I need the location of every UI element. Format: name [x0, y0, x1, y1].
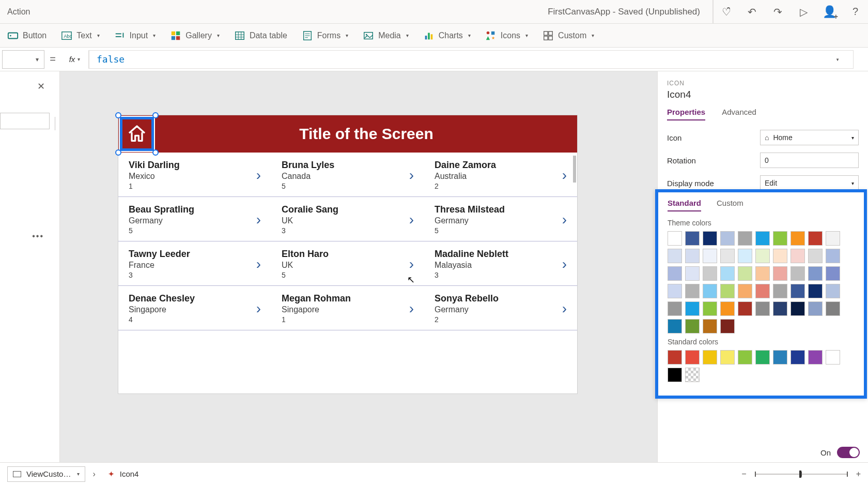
color-swatch[interactable]	[720, 284, 735, 298]
gallery-item[interactable]: Thresa MilsteadGermany5›	[424, 197, 577, 241]
color-swatch[interactable]	[826, 350, 840, 365]
color-swatch[interactable]	[738, 249, 752, 263]
gallery-item[interactable]: Elton HaroUK5›	[271, 241, 424, 286]
app-canvas[interactable]: Title of the Screen Viki DarlingMexico1›…	[118, 115, 578, 394]
chevron-right-icon[interactable]: ›	[409, 300, 414, 317]
color-tab-standard[interactable]: Standard	[668, 199, 701, 211]
tab-advanced[interactable]: Advanced	[722, 108, 756, 120]
resize-handle[interactable]	[152, 149, 159, 156]
color-swatch[interactable]	[703, 284, 717, 298]
chevron-right-icon[interactable]: ›	[409, 167, 414, 184]
ribbon-datatable[interactable]: Data table	[234, 30, 287, 41]
home-icon[interactable]	[120, 117, 154, 151]
color-swatch[interactable]	[791, 284, 805, 298]
color-swatch[interactable]	[720, 301, 735, 316]
color-swatch[interactable]	[668, 350, 682, 365]
gallery-item[interactable]: Tawny LeederFrance3›	[118, 241, 271, 286]
color-swatch[interactable]	[738, 266, 752, 281]
color-swatch[interactable]	[773, 284, 787, 298]
color-swatch[interactable]	[720, 350, 735, 365]
color-swatch[interactable]	[703, 266, 717, 281]
color-swatch[interactable]	[755, 350, 770, 365]
menu-action[interactable]: Action	[0, 7, 37, 17]
chevron-right-icon[interactable]: ›	[409, 256, 414, 272]
color-swatch[interactable]	[826, 284, 840, 298]
color-swatch[interactable]	[703, 249, 717, 263]
color-swatch[interactable]	[720, 319, 735, 334]
color-swatch[interactable]	[738, 301, 752, 316]
color-tab-custom[interactable]: Custom	[717, 199, 743, 211]
color-swatch[interactable]	[773, 249, 787, 263]
color-swatch[interactable]	[791, 266, 805, 281]
chevron-right-icon[interactable]: ›	[562, 167, 567, 184]
color-swatch[interactable]	[755, 249, 770, 263]
color-swatch[interactable]	[808, 231, 823, 246]
color-swatch[interactable]	[703, 231, 717, 246]
color-swatch[interactable]	[755, 301, 770, 316]
resize-handle[interactable]	[152, 112, 159, 118]
resize-handle[interactable]	[115, 149, 121, 156]
color-swatch[interactable]	[808, 284, 823, 298]
ribbon-gallery[interactable]: Gallery▾	[170, 30, 220, 41]
color-swatch[interactable]	[668, 301, 682, 316]
chevron-right-icon[interactable]: ›	[256, 256, 261, 272]
gallery-item[interactable]: Megan RohmanSingapore1›	[271, 286, 424, 330]
color-swatch[interactable]	[773, 231, 787, 246]
color-swatch[interactable]	[738, 350, 752, 365]
close-icon[interactable]: ✕	[37, 81, 45, 92]
color-swatch[interactable]	[685, 249, 700, 263]
color-swatch[interactable]	[808, 249, 823, 263]
color-swatch[interactable]	[685, 231, 700, 246]
resize-handle[interactable]	[115, 112, 121, 118]
app-checker-icon[interactable]: ♡̑	[713, 0, 739, 24]
color-swatch[interactable]	[720, 266, 735, 281]
formula-expand-icon[interactable]: ▾	[829, 56, 846, 63]
gallery-item[interactable]: Viki DarlingMexico1›	[118, 153, 271, 197]
tree-more-icon[interactable]: •••	[32, 232, 44, 241]
color-swatch[interactable]	[685, 368, 700, 382]
color-swatch[interactable]	[720, 231, 735, 246]
color-swatch[interactable]	[668, 249, 682, 263]
gallery-item[interactable]: Bruna LylesCanada5›	[271, 153, 424, 197]
prop-display-select[interactable]: Edit ▾	[760, 175, 859, 191]
color-swatch[interactable]	[685, 301, 700, 316]
chevron-right-icon[interactable]: ›	[256, 167, 261, 184]
color-swatch[interactable]	[791, 350, 805, 365]
breadcrumb-screen[interactable]: ViewCusto… ▾	[7, 466, 85, 482]
color-swatch[interactable]	[685, 350, 700, 365]
color-swatch[interactable]	[703, 301, 717, 316]
play-icon[interactable]: ▷	[791, 0, 816, 24]
ribbon-text[interactable]: Abc Text▾	[61, 30, 99, 41]
color-swatch[interactable]	[720, 249, 735, 263]
color-swatch[interactable]	[668, 231, 682, 246]
chevron-right-icon[interactable]: ›	[256, 300, 261, 317]
help-icon[interactable]: ?	[842, 0, 868, 24]
color-swatch[interactable]	[685, 266, 700, 281]
ribbon-input[interactable]: Input▾	[114, 30, 156, 41]
color-swatch[interactable]	[808, 266, 823, 281]
color-swatch[interactable]	[773, 301, 787, 316]
chevron-right-icon[interactable]: ›	[409, 211, 414, 228]
ribbon-forms[interactable]: Forms▾	[302, 30, 348, 41]
formula-input[interactable]: false▾	[89, 50, 854, 69]
color-swatch[interactable]	[808, 350, 823, 365]
color-swatch[interactable]	[738, 284, 752, 298]
color-swatch[interactable]	[668, 368, 682, 382]
color-swatch[interactable]	[773, 350, 787, 365]
color-swatch[interactable]	[791, 249, 805, 263]
chevron-right-icon[interactable]: ›	[562, 300, 567, 317]
color-swatch[interactable]	[755, 284, 770, 298]
gallery-item[interactable]: Sonya RebelloGermany2›	[424, 286, 577, 330]
color-swatch[interactable]	[755, 266, 770, 281]
tab-properties[interactable]: Properties	[667, 108, 705, 120]
gallery-item[interactable]: Coralie SangUK3›	[271, 197, 424, 241]
ribbon-custom[interactable]: Custom▾	[542, 30, 594, 41]
gallery-scrollbar[interactable]	[573, 156, 576, 183]
gallery-item[interactable]: Denae ChesleySingapore4›	[118, 286, 271, 330]
share-icon[interactable]: 👤+	[816, 0, 842, 24]
color-swatch[interactable]	[668, 284, 682, 298]
ribbon-button[interactable]: Button	[7, 30, 47, 41]
undo-icon[interactable]: ↶	[739, 0, 765, 24]
chevron-right-icon[interactable]: ›	[562, 256, 567, 272]
color-swatch[interactable]	[791, 301, 805, 316]
